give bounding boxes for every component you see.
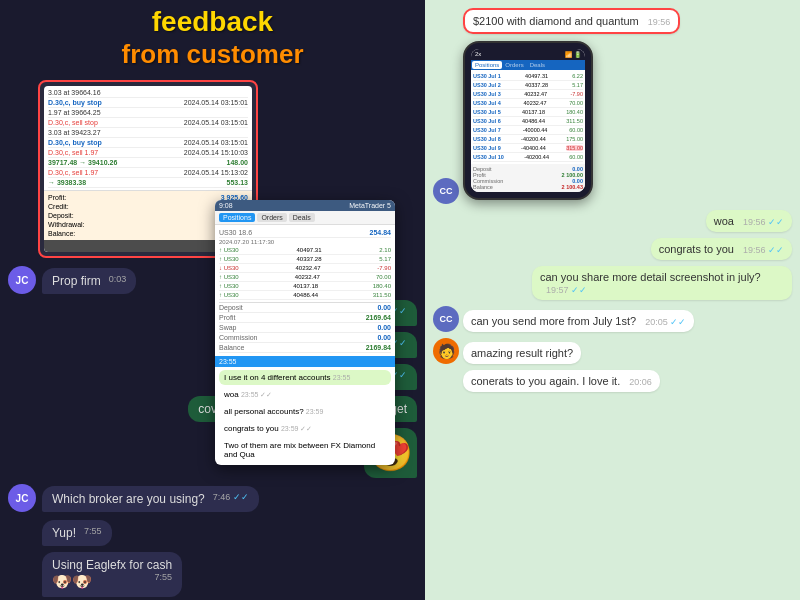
left-panel: feedback from customer 3.03 at 39664.16 … [0,0,425,600]
ms-header: 9:08 MetaTrader 5 [215,200,395,211]
screenshot-row: D.30,c, buy stop 2024.05.14 03:15:01 [48,98,248,108]
message-time: 7:55 [155,572,173,582]
r-time: 20:06 [629,377,652,387]
main-container: feedback from customer 3.03 at 39664.16 … [0,0,800,600]
screenshot-row: D.30,c, sell 1.97 2024.05.14 15:10:03 [48,148,248,158]
r-bubble-received: can you send more from July 1st? 20:05 ✓… [463,310,694,332]
message-container: Using Eaglefx for cash 🐶🐶 7:55 [8,552,417,597]
screenshot-row: D.30,c, sell 1.97 2024.05.14 15:13:02 [48,168,248,178]
message-text: can you send more from July 1st? [471,315,636,327]
r-time: 19:56 [648,17,671,27]
screenshot-rows: 3.03 at 39664.16 D.30,c, buy stop 2024.0… [44,86,252,190]
right-chat: CC $2100 with diamond and quantum 19:56 … [425,0,800,600]
message-text: woa [714,215,734,227]
screenshot-row: → 39383.38 553.13 [48,178,248,188]
message-text: Yup! [52,526,76,540]
r-bubble-container: conerats to you again. I love it. 20:06 [433,370,792,392]
ms-tabs: Positions Orders Deals [215,211,395,225]
middle-screenshot: 9:08 MetaTrader 5 Positions Orders Deals… [215,200,395,465]
phone-tab-positions[interactable]: Positions [472,61,502,69]
r-bubble-container: can you share more detail screenshot in … [433,266,792,300]
right-messages: CC $2100 with diamond and quantum 19:56 … [425,0,800,600]
message-text: $2100 with diamond and quantum [473,15,639,27]
message-container: JC Which broker are you using? 7:46 ✓✓ [8,484,417,512]
phone-tab-orders[interactable]: Orders [502,61,526,69]
avatar-jc: JC [8,266,36,294]
message-container: Yup! 7:55 [8,520,417,546]
message-text: conerats to you again. I love it. [471,375,620,387]
screenshot-row: 3.03 at 39423.27 [48,128,248,138]
phone-tab-deals[interactable]: Deals [527,61,548,69]
eagle-emoji: 🐶🐶 [52,573,92,590]
message-text: Using Eaglefx for cash [52,558,172,572]
ms-tab-positions[interactable]: Positions [219,213,255,222]
r-avatar-cc: CC [433,306,459,332]
r-avatar-orange: 🧑 [433,338,459,364]
message-text: Which broker are you using? [52,492,205,506]
avatar-jc: JC [8,484,36,512]
r-bubble-sent: can you share more detail screenshot in … [532,266,792,300]
r-bubble-received: $2100 with diamond and quantum 19:56 [463,8,680,34]
bubble-received: Using Eaglefx for cash 🐶🐶 7:55 [42,552,182,597]
bottom-middle-msgs: I use it on 4 different accounts 23:55 w… [215,367,395,465]
phone-screenshot: 2x 📶 🔋 Positions Orders Deals US30 Jul 1 [463,41,593,200]
bubble-received: Yup! 7:55 [42,520,112,546]
right-panel: CC $2100 with diamond and quantum 19:56 … [425,0,800,600]
r-bubble-container: CC can you send more from July 1st? 20:0… [433,306,792,332]
ms-body: US30 18.6 254.84 2024.07.20 11:17:30 ↑ U… [215,225,395,356]
r-bubble-container: woa 19:56 ✓✓ [433,210,792,232]
bubble-received: Prop firm 0:03 [42,268,136,294]
message-time: 7:46 ✓✓ [213,492,249,502]
r-time: 20:05 ✓✓ [645,317,686,327]
r-bubble-sent: congrats to you 19:56 ✓✓ [651,238,792,260]
message-text: congrats to you [659,243,734,255]
r-bubble-container: CC $2100 with diamond and quantum 19:56 … [433,8,792,204]
r-avatar-cc: CC [433,178,459,204]
ms-tab-deals[interactable]: Deals [289,213,315,222]
screenshot-row: 1.97 at 39664.25 [48,108,248,118]
r-bubble-container: congrats to you 19:56 ✓✓ [433,238,792,260]
message-text: Prop firm [52,274,101,288]
screenshot-row: D.30,c, buy stop 2024.05.14 03:15:01 [48,138,248,148]
r-time: 19:56 ✓✓ [743,217,784,227]
phone-bottom-stats: Deposit0.00 Profit2 100.00 Commission0.0… [471,164,585,192]
r-bubble-received: conerats to you again. I love it. 20:06 [463,370,660,392]
message-time: 7:55 [84,526,102,536]
r-bubble-sent: woa 19:56 ✓✓ [706,210,792,232]
r-time: 19:57 ✓✓ [546,285,587,295]
screenshot-row: 39717.48 → 39410.26 148.00 [48,158,248,168]
r-time: 19:56 ✓✓ [743,245,784,255]
screenshot-row: D.30,c, sell stop 2024.05.14 03:15:01 [48,118,248,128]
r-bubble-container: 🧑 amazing result right? [433,338,792,364]
ms-trade-list: ↑ US3040497.312.10 ↑ US3040337.285.17 ↓ … [219,246,391,300]
r-bubble-received: amazing result right? [463,342,581,364]
message-text: amazing result right? [471,347,573,359]
message-text: can you share more detail screenshot in … [540,271,761,283]
screenshot-row: 3.03 at 39664.16 [48,88,248,98]
phone-trades: US30 Jul 140497.316.22 US30 Jul 240337.2… [471,70,585,164]
ms-tab-orders[interactable]: Orders [257,213,286,222]
message-time: 0:03 [109,274,127,284]
bubble-received: Which broker are you using? 7:46 ✓✓ [42,486,259,512]
